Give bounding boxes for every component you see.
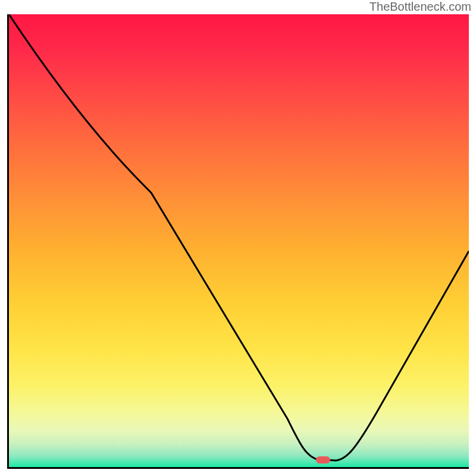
bottleneck-curve — [9, 14, 469, 467]
optimal-point-marker — [316, 456, 330, 464]
chart-plot-area — [7, 14, 469, 469]
watermark-text: TheBottleneck.com — [369, 0, 471, 14]
